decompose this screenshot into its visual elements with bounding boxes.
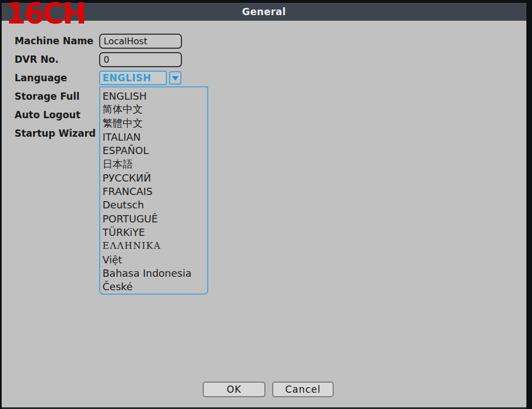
language-option[interactable]: PORTUGUÊ (102, 212, 207, 225)
form-label: Auto Logout (15, 105, 96, 124)
language-option[interactable]: 简体中文 (102, 103, 207, 116)
language-option[interactable]: ΕΛΛΗΝΙΚΑ (102, 239, 207, 253)
machine-name-input[interactable] (99, 34, 182, 49)
language-select[interactable]: ENGLISH (99, 71, 167, 85)
language-option[interactable]: 日本語 (102, 157, 207, 171)
language-option[interactable]: ESPAÑOL (102, 143, 207, 157)
frame-edge-left (0, 0, 2, 409)
dvr-no-input[interactable] (99, 52, 182, 67)
form-label: DVR No. (15, 50, 96, 68)
language-selected-value: ENGLISH (100, 72, 151, 83)
language-option[interactable]: České (102, 280, 207, 294)
cancel-button[interactable]: Cancel (272, 382, 334, 397)
form-label: Storage Full (15, 87, 96, 105)
form-label: Startup Wizard (15, 124, 96, 142)
language-options-list: ENGLISH简体中文繁體中文ITALIANESPAÑOL日本語РУССКИЙF… (99, 86, 208, 295)
dialog-title: General (242, 6, 286, 17)
language-option[interactable]: 繁體中文 (102, 117, 207, 130)
language-option[interactable]: FRANCAIS (102, 184, 207, 198)
language-option[interactable]: ITALIAN (102, 130, 207, 143)
language-option[interactable]: TÜRKiYE (102, 225, 207, 239)
language-dropdown-button[interactable] (169, 71, 181, 85)
language-option[interactable]: Deutsch (102, 198, 207, 212)
language-option[interactable]: РУССКИЙ (102, 171, 207, 184)
frame-edge-right (526, 0, 532, 409)
language-option[interactable]: ENGLISH (102, 89, 207, 103)
form-label: Language (15, 68, 96, 87)
channel-count-watermark: 16CH (6, 0, 85, 30)
chevron-down-icon (172, 76, 179, 81)
form-label: Machine Name (15, 31, 96, 50)
language-option[interactable]: Việt (102, 253, 207, 266)
language-option[interactable]: Bahasa Indonesia (102, 266, 207, 280)
dvr-general-settings-screen: General 16CH Machine NameDVR No.Language… (0, 0, 532, 409)
ok-button[interactable]: OK (203, 382, 265, 397)
form-label-column: Machine NameDVR No.LanguageStorage FullA… (15, 31, 96, 142)
